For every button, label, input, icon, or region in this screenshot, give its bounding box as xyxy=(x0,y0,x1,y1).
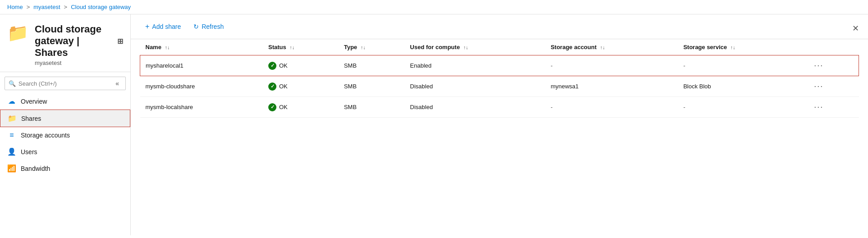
cell-storage-service-2: - xyxy=(678,97,806,118)
nav-label-bandwidth: Bandwidth xyxy=(21,165,50,172)
status-text-1: OK xyxy=(279,83,288,90)
cloud-icon: ☁ xyxy=(7,97,16,105)
table-row[interactable]: mysmb-localshare ✓ OK SMB Disabled - - ·… xyxy=(140,97,859,118)
cell-status-0: ✓ OK xyxy=(263,55,339,76)
close-button[interactable]: ✕ xyxy=(852,23,859,33)
breadcrumb-home[interactable]: Home xyxy=(7,4,23,10)
shares-table-container: Name ↑↓ Status ↑↓ Type ↑↓ xyxy=(131,39,868,235)
refresh-icon: ↻ xyxy=(193,23,199,30)
more-button-0[interactable]: ··· xyxy=(811,60,826,71)
collapse-button[interactable]: « xyxy=(113,79,122,88)
col-actions xyxy=(806,39,859,55)
add-share-label: Add share xyxy=(152,23,181,30)
content-area: + Add share ↻ Refresh Name ↑↓ xyxy=(131,14,868,235)
nav-label-shares: Shares xyxy=(21,115,41,122)
sort-icon-status: ↑↓ xyxy=(289,45,294,50)
resource-subtitle: myasetest xyxy=(35,60,123,66)
nav-item-users[interactable]: 👤 Users xyxy=(0,143,130,160)
cell-compute-1: Disabled xyxy=(404,76,545,97)
search-input[interactable] xyxy=(18,80,100,87)
nav-label-users: Users xyxy=(21,148,37,156)
search-box: 🔍 « xyxy=(5,77,126,90)
nav-label-overview: Overview xyxy=(21,98,47,105)
cell-name-2: mysmb-localshare xyxy=(140,97,263,118)
cell-compute-0: Enabled xyxy=(404,55,545,76)
breadcrumb-sep2: > xyxy=(64,4,68,10)
cell-type-2: SMB xyxy=(339,97,405,118)
breadcrumb-sep1: > xyxy=(27,4,30,10)
cell-actions-0: ··· xyxy=(806,55,859,76)
cell-status-1: ✓ OK xyxy=(263,76,339,97)
status-check-icon-2: ✓ xyxy=(268,103,276,111)
add-share-button[interactable]: + Add share xyxy=(140,20,186,33)
toolbar: + Add share ↻ Refresh xyxy=(131,14,868,39)
col-status[interactable]: Status ↑↓ xyxy=(263,39,339,55)
breadcrumb: Home > myasetest > Cloud storage gateway xyxy=(0,0,868,14)
col-storage-account[interactable]: Storage account ↑↓ xyxy=(545,39,678,55)
sort-icon-name: ↑↓ xyxy=(165,45,170,50)
pin-icon[interactable]: ⊞ xyxy=(117,37,123,46)
sort-icon-compute: ↑↓ xyxy=(463,45,468,50)
cell-actions-2: ··· xyxy=(806,97,859,118)
status-check-icon-0: ✓ xyxy=(268,62,276,70)
page-title: Cloud storage gateway | Shares xyxy=(35,23,113,59)
status-check-icon-1: ✓ xyxy=(268,82,276,91)
breadcrumb-current[interactable]: Cloud storage gateway xyxy=(71,4,131,10)
plus-icon: + xyxy=(145,23,149,31)
cell-actions-1: ··· xyxy=(806,76,859,97)
resource-header: 📁 Cloud storage gateway | Shares ⊞ myase… xyxy=(0,18,130,72)
folder-icon: 📁 xyxy=(8,114,17,123)
nav-item-bandwidth[interactable]: 📶 Bandwidth xyxy=(0,160,130,177)
cell-storage-account-0: - xyxy=(545,55,678,76)
nav-item-overview[interactable]: ☁ Overview xyxy=(0,93,130,110)
cell-name-1: mysmb-cloudshare xyxy=(140,76,263,97)
folder-icon-large: 📁 xyxy=(7,24,28,41)
table-row[interactable]: mysmb-cloudshare ✓ OK SMB Disabled mynew… xyxy=(140,76,859,97)
cell-storage-service-1: Block Blob xyxy=(678,76,806,97)
cell-type-0: SMB xyxy=(339,55,405,76)
col-type[interactable]: Type ↑↓ xyxy=(339,39,405,55)
status-text-0: OK xyxy=(279,62,288,69)
table-header-row: Name ↑↓ Status ↑↓ Type ↑↓ xyxy=(140,39,859,55)
storage-icon: ≡ xyxy=(7,131,16,139)
sidebar: 📁 Cloud storage gateway | Shares ⊞ myase… xyxy=(0,14,131,235)
shares-table: Name ↑↓ Status ↑↓ Type ↑↓ xyxy=(140,39,859,118)
cell-storage-service-0: - xyxy=(678,55,806,76)
col-used-for-compute[interactable]: Used for compute ↑↓ xyxy=(404,39,545,55)
cell-storage-account-1: mynewsa1 xyxy=(545,76,678,97)
col-name[interactable]: Name ↑↓ xyxy=(140,39,263,55)
col-storage-service[interactable]: Storage service ↑↓ xyxy=(678,39,806,55)
refresh-label: Refresh xyxy=(202,23,224,30)
cell-name-0: mysharelocal1 xyxy=(140,55,263,76)
cell-compute-2: Disabled xyxy=(404,97,545,118)
more-button-2[interactable]: ··· xyxy=(811,101,826,113)
sort-icon-storage: ↑↓ xyxy=(600,45,605,50)
users-icon: 👤 xyxy=(7,147,16,156)
table-row[interactable]: mysharelocal1 ✓ OK SMB Enabled - - ··· xyxy=(140,55,859,76)
wifi-icon: 📶 xyxy=(7,164,16,173)
more-button-1[interactable]: ··· xyxy=(811,81,826,92)
cell-status-2: ✓ OK xyxy=(263,97,339,118)
cell-type-1: SMB xyxy=(339,76,405,97)
sort-icon-service: ↑↓ xyxy=(730,45,735,50)
sort-icon-type: ↑↓ xyxy=(361,45,366,50)
breadcrumb-myasetest[interactable]: myasetest xyxy=(33,4,60,10)
status-text-2: OK xyxy=(279,104,288,110)
refresh-button[interactable]: ↻ Refresh xyxy=(188,20,229,33)
nav-label-storage-accounts: Storage accounts xyxy=(21,132,70,139)
nav-item-storage-accounts[interactable]: ≡ Storage accounts xyxy=(0,127,130,143)
cell-storage-account-2: - xyxy=(545,97,678,118)
nav-item-shares[interactable]: 📁 Shares xyxy=(0,110,130,127)
search-icon: 🔍 xyxy=(9,80,16,87)
